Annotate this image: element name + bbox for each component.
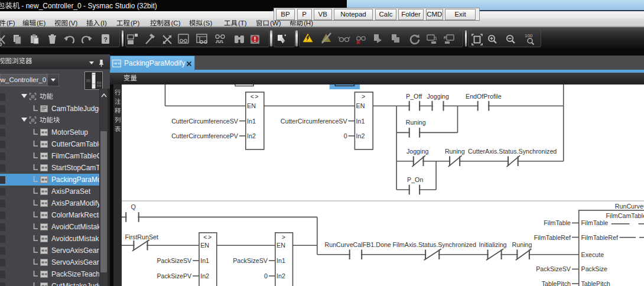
- svg-text:RunCurveCalFB1: RunCurveCalFB1: [615, 203, 644, 210]
- svg-text:0: 0: [344, 132, 347, 139]
- svg-text:FilmCamTableGen: FilmCamTableGen: [606, 212, 644, 219]
- svg-text:P_Off: P_Off: [406, 93, 422, 100]
- svg-text:In2: In2: [356, 132, 365, 139]
- svg-text:EndOfProfile: EndOfProfile: [466, 93, 502, 100]
- svg-text:PackSize: PackSize: [581, 265, 608, 272]
- svg-text:100: 100: [525, 33, 533, 38]
- svg-text:FilmTable: FilmTable: [544, 219, 571, 226]
- svg-text:FirstRunSet: FirstRunSet: [125, 233, 158, 240]
- svg-text:In1: In1: [277, 257, 285, 264]
- svg-text:FilmTableRef: FilmTableRef: [581, 234, 618, 241]
- svg-text:>: >: [362, 93, 366, 100]
- svg-text:EN: EN: [200, 242, 209, 249]
- svg-text:Jogging: Jogging: [406, 148, 428, 155]
- svg-text:In2: In2: [247, 132, 256, 139]
- svg-text:Runing: Runing: [406, 119, 426, 126]
- svg-text:In1: In1: [247, 118, 256, 125]
- svg-text:Q: Q: [131, 203, 136, 210]
- svg-text:In1: In1: [356, 118, 365, 125]
- svg-text:In1: In1: [200, 257, 209, 264]
- svg-text:CutterCircumferencePV: CutterCircumferencePV: [171, 132, 239, 139]
- svg-text:FilmTable: FilmTable: [581, 219, 609, 226]
- svg-text:FilmTableRef: FilmTableRef: [534, 234, 571, 241]
- svg-text:PackSizeSV: PackSizeSV: [157, 257, 192, 264]
- svg-text:PackSizePV: PackSizePV: [157, 272, 192, 280]
- svg-text:TablePitch: TablePitch: [581, 280, 610, 286]
- svg-text:P_On: P_On: [407, 176, 423, 183]
- svg-text:EN: EN: [356, 102, 365, 109]
- svg-text:CutterCircumferenceSV: CutterCircumferenceSV: [171, 118, 239, 125]
- svg-text:<>: <>: [251, 93, 259, 100]
- svg-text:EN: EN: [247, 102, 256, 109]
- svg-text:?: ?: [103, 36, 108, 43]
- svg-text:CutterCircumferenceSV: CutterCircumferenceSV: [281, 118, 348, 125]
- svg-text:Initializing: Initializing: [479, 241, 507, 248]
- svg-text:CutterAxis.Status.Synchronized: CutterAxis.Status.Synchronized: [468, 148, 557, 155]
- svg-text:EN: EN: [277, 242, 285, 249]
- svg-text:<>: <>: [203, 233, 212, 240]
- svg-text:TablePitch: TablePitch: [542, 280, 571, 286]
- svg-text:PackSizeSV: PackSizeSV: [233, 257, 268, 264]
- svg-text:In2: In2: [200, 272, 209, 280]
- svg-text:In2: In2: [277, 272, 285, 280]
- svg-text:FilmAxis.Status.Synchronized: FilmAxis.Status.Synchronized: [393, 241, 476, 248]
- svg-text:RunCurveCalFB1.Done: RunCurveCalFB1.Done: [325, 241, 391, 248]
- svg-text:>: >: [282, 233, 287, 240]
- svg-text:0: 0: [264, 272, 268, 280]
- svg-text:Runing: Runing: [445, 148, 465, 155]
- svg-text:Jogging: Jogging: [427, 93, 449, 100]
- svg-text:PackSizeSV: PackSizeSV: [536, 265, 571, 272]
- svg-text:Execute: Execute: [581, 251, 604, 258]
- svg-text:Runing: Runing: [512, 241, 532, 248]
